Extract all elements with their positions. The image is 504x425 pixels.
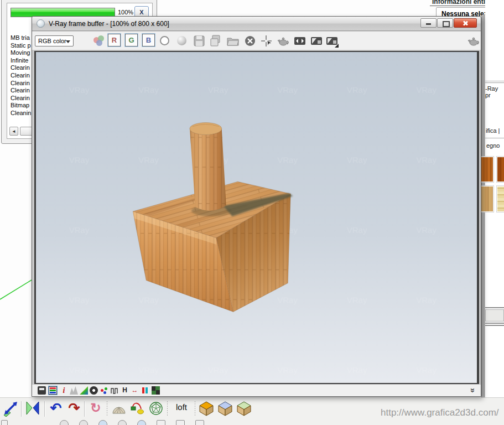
vfb-titlebar[interactable]: V-Ray frame buffer - [100% of 800 x 600] xyxy=(32,17,481,31)
partial-toolbar-icon xyxy=(60,420,69,425)
color-curve-icon[interactable] xyxy=(80,386,88,395)
partial-toolbar-icon xyxy=(79,420,88,425)
waveform-icon[interactable] xyxy=(111,386,119,395)
channel-select-value: RGB color xyxy=(38,38,66,44)
undo-icon[interactable]: ↶ xyxy=(48,400,64,417)
partial-toolbar-icon xyxy=(137,420,146,425)
color-clamp-icon[interactable] xyxy=(100,386,108,395)
partial-toolbar-icon xyxy=(1,420,8,425)
monochrome-icon[interactable] xyxy=(175,34,189,48)
open-folder-icon[interactable] xyxy=(226,34,240,48)
redo-icon[interactable]: ↷ xyxy=(66,400,82,417)
rgb-channels-icon[interactable] xyxy=(92,34,106,48)
vfb-window-title: V-Ray frame buffer - [100% of 800 x 600] xyxy=(49,20,169,28)
blue-channel-button[interactable]: B xyxy=(142,34,155,46)
minimize-button[interactable] xyxy=(420,18,437,28)
site-watermark: http://www.grafica2d3d.com/ xyxy=(381,407,499,418)
display-colors-icon[interactable] xyxy=(49,386,57,395)
cube-orange-tool-icon[interactable] xyxy=(198,400,215,417)
material-category-label: egno xyxy=(486,142,500,149)
partial-toolbar-icon xyxy=(157,420,165,425)
scale-tool-icon[interactable] xyxy=(2,400,19,417)
vray-section-header: -Ray pr xyxy=(485,82,504,95)
tab-underline xyxy=(485,138,504,138)
partial-toolbar-icon xyxy=(118,420,127,425)
channel-select-dropdown[interactable]: RGB color xyxy=(35,35,74,46)
sketchup-app: 100% X MB tria Static p Moving Infinite … xyxy=(0,0,504,425)
green-channel-button[interactable]: G xyxy=(125,34,138,46)
pixel-info-icon[interactable] xyxy=(260,34,273,48)
maximize-button[interactable] xyxy=(437,18,453,28)
region-render-icon[interactable] xyxy=(293,34,306,48)
checker-icon[interactable] xyxy=(152,386,160,395)
rotate-tool-icon[interactable]: ↻ xyxy=(87,400,104,417)
settings-gear-icon[interactable] xyxy=(90,386,98,395)
vfb-status-bar: i H ↔ » xyxy=(32,385,481,396)
image-info-icon[interactable]: i xyxy=(60,386,68,395)
close-button[interactable] xyxy=(454,18,477,28)
vray-logo-icon xyxy=(37,19,45,28)
wooden-cylinder xyxy=(190,123,226,211)
print-image-icon[interactable] xyxy=(209,34,222,48)
partial-toolbar-icon xyxy=(176,420,185,425)
stereo-channels-icon[interactable] xyxy=(141,386,149,395)
sketchup-bottom-toolbar: ↶ ↷ ↻ loft xyxy=(0,397,504,425)
render-teapot-icon[interactable] xyxy=(467,34,480,48)
show-vfb-icon[interactable] xyxy=(38,386,46,395)
save-image-icon[interactable] xyxy=(193,34,206,48)
pixel-aspect-icon[interactable]: ↔ xyxy=(131,386,139,395)
vray-frame-buffer-window: V-Ray frame buffer - [100% of 800 x 600]… xyxy=(32,16,481,397)
histogram-h-icon[interactable]: H xyxy=(121,386,129,395)
panel-divider xyxy=(485,81,504,81)
geodesic-dome-tool-icon[interactable] xyxy=(148,400,164,417)
tab-modifica[interactable]: ifica | xyxy=(486,127,500,134)
partial-toolbar-icon xyxy=(195,420,204,425)
green-axis-line xyxy=(0,221,33,332)
vfb-image-frame: VRay xyxy=(34,51,479,384)
vfb-toolbar: RGB color R G B xyxy=(32,32,481,50)
red-channel-button[interactable]: R xyxy=(108,34,121,46)
chevron-down-icon xyxy=(66,40,70,45)
compare-ab-icon[interactable] xyxy=(310,34,323,48)
wood-swatch[interactable] xyxy=(496,185,504,212)
cube-green-tool-icon[interactable] xyxy=(236,400,252,417)
render-last-teapot-icon[interactable] xyxy=(277,34,290,48)
scroll-left-arrow-icon[interactable]: ◄ xyxy=(9,127,18,136)
shell-tool-icon[interactable] xyxy=(111,400,127,417)
alpha-channel-icon[interactable] xyxy=(158,34,172,48)
progress-percent: 100% xyxy=(118,9,133,15)
histogram-icon[interactable] xyxy=(70,386,78,395)
follow-me-tool-icon[interactable] xyxy=(129,400,146,417)
compare-ab-dropdown-icon[interactable] xyxy=(325,34,339,48)
rendered-image[interactable]: VRay xyxy=(36,52,477,383)
collapsed-panel-bars xyxy=(485,307,504,326)
loft-button[interactable]: loft xyxy=(170,402,193,412)
cube-blue-tool-icon[interactable] xyxy=(217,400,233,417)
collapse-chevron-icon[interactable]: » xyxy=(469,388,478,391)
flip-tool-icon[interactable] xyxy=(24,400,41,417)
clear-image-icon[interactable] xyxy=(243,34,257,48)
partial-toolbar-icon xyxy=(98,420,107,425)
wood-swatch[interactable] xyxy=(496,156,504,183)
